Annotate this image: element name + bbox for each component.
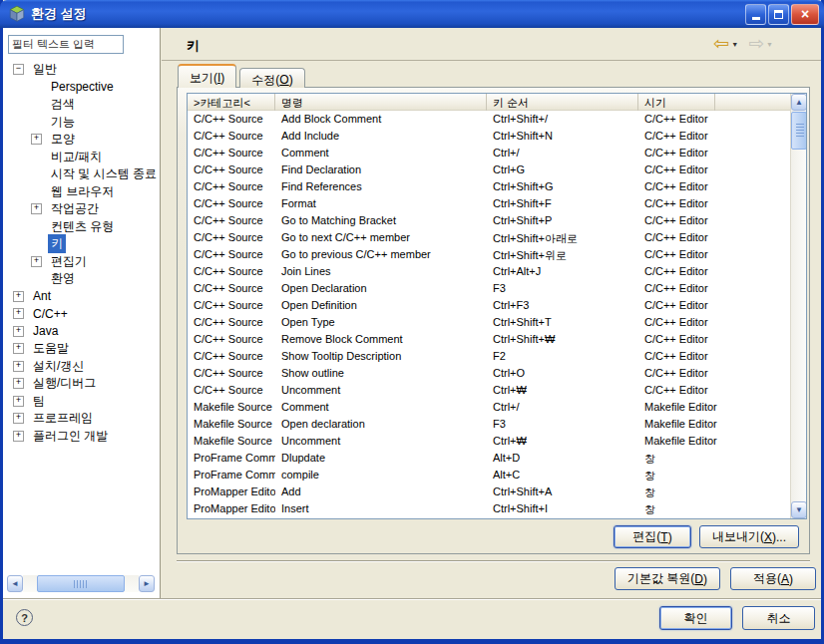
tree-item[interactable]: 컨텐츠 유형	[5, 218, 159, 236]
cell-when: C/C++ Editor	[638, 331, 790, 348]
expand-icon[interactable]: +	[13, 361, 24, 372]
restore-defaults-button[interactable]: 기본값 복원(D)	[615, 567, 720, 590]
tree-item[interactable]: 기능	[5, 114, 159, 132]
table-row[interactable]: Makefile SourceOpen declarationF3Makefil…	[188, 416, 790, 433]
forward-arrow-icon[interactable]: ⇨	[748, 32, 764, 56]
edit-button[interactable]: 편집(T)	[614, 525, 691, 548]
table-row[interactable]: C/C++ SourceShow Tooltip DescriptionF2C/…	[188, 348, 790, 365]
cell-command: Open Type	[275, 314, 487, 331]
table-row[interactable]: C/C++ SourceCommentCtrl+/C/C++ Editor	[188, 145, 790, 161]
apply-button[interactable]: 적용(A)	[730, 567, 816, 590]
tree-item[interactable]: 시작 및 시스템 종료	[5, 165, 159, 183]
tree-item[interactable]: −일반	[5, 61, 159, 79]
expand-icon[interactable]: +	[31, 134, 42, 145]
expand-icon[interactable]: +	[13, 308, 24, 319]
table-row[interactable]: ProFrame CommandscompileAlt+C창	[188, 467, 790, 483]
titlebar[interactable]: 환경 설정 ×	[0, 0, 824, 28]
table-row[interactable]: C/C++ SourceOpen DeclarationF3C/C++ Edit…	[188, 280, 790, 297]
tree-item[interactable]: +설치/갱신	[5, 358, 159, 376]
tree-item-label: 웹 브라우저	[48, 182, 117, 201]
table-row[interactable]: C/C++ SourceShow outlineCtrl+OC/C++ Edit…	[188, 365, 790, 382]
tree-item-label: 작업공간	[48, 199, 102, 218]
tree-item[interactable]: +실행/디버그	[5, 375, 159, 393]
tree-item[interactable]: 키	[5, 235, 159, 253]
tree-item[interactable]: +C/C++	[5, 305, 159, 323]
expand-icon[interactable]: +	[13, 413, 24, 424]
maximize-button[interactable]	[768, 4, 789, 25]
expand-icon[interactable]: +	[13, 326, 24, 337]
table-row[interactable]: C/C++ SourceGo to previous C/C++ memberC…	[188, 246, 790, 263]
tree-horizontal-scrollbar[interactable]: ◄ ►	[7, 575, 155, 592]
column-header-when[interactable]: 시기	[638, 94, 715, 111]
tree-item[interactable]: +플러그인 개발	[5, 428, 159, 446]
tree-item[interactable]: 검색	[5, 96, 159, 114]
table-row[interactable]: Makefile SourceUncommentCtrl+₩Makefile E…	[188, 433, 790, 450]
table-row[interactable]: C/C++ SourceOpen TypeCtrl+Shift+TC/C++ E…	[188, 314, 790, 331]
back-dropdown-icon[interactable]: ▼	[731, 41, 738, 48]
table-row[interactable]: C/C++ SourceFormatCtrl+Shift+FC/C++ Edit…	[188, 195, 790, 212]
expand-icon[interactable]: +	[13, 343, 24, 354]
table-row[interactable]: C/C++ SourceFind ReferencesCtrl+Shift+GC…	[188, 178, 790, 195]
tree-item[interactable]: +Java	[5, 323, 159, 341]
scroll-left-button[interactable]: ◄	[7, 575, 23, 592]
tree-item[interactable]: 환영	[5, 270, 159, 288]
preferences-tree: −일반Perspective검색기능+모양비교/패치시작 및 시스템 종료웹 브…	[5, 61, 159, 570]
cancel-button[interactable]: 취소	[742, 606, 815, 630]
scroll-down-button[interactable]: ▼	[791, 501, 807, 518]
tree-item[interactable]: 웹 브라우저	[5, 183, 159, 201]
table-row[interactable]: C/C++ SourceGo to next C/C++ memberCtrl+…	[188, 229, 790, 246]
cell-key-sequence: Ctrl+Shift+N	[487, 128, 638, 145]
help-icon[interactable]: ?	[16, 609, 33, 626]
scroll-track[interactable]	[23, 575, 139, 592]
table-row[interactable]: C/C++ SourceGo to Matching BracketCtrl+S…	[188, 212, 790, 229]
table-vertical-scrollbar[interactable]: ▲ ▼	[790, 94, 806, 518]
export-button[interactable]: 내보내기(X)...	[699, 525, 799, 548]
tree-item[interactable]: 비교/패치	[5, 149, 159, 166]
table-row[interactable]: C/C++ SourceRemove Block CommentCtrl+Shi…	[188, 331, 790, 348]
forward-dropdown-icon[interactable]: ▼	[766, 41, 773, 48]
tab-modify[interactable]: 수정(O)	[239, 68, 304, 88]
scroll-thumb[interactable]	[791, 112, 807, 150]
tree-item[interactable]: +도움말	[5, 340, 159, 358]
table-row[interactable]: ProMapper EditorInsertCtrl+Shift+I창	[188, 500, 790, 517]
expand-icon[interactable]: +	[31, 203, 42, 214]
minimize-button[interactable]	[745, 4, 766, 25]
table-row[interactable]: ProFrame CommandsDlupdateAlt+D창	[188, 450, 790, 467]
table-row[interactable]: C/C++ SourceJoin LinesCtrl+Alt+JC/C++ Ed…	[188, 263, 790, 280]
cell-command: Add Include	[275, 128, 487, 145]
cell-when: C/C++ Editor	[638, 365, 790, 382]
table-row[interactable]: C/C++ SourceFind DeclarationCtrl+GC/C++ …	[188, 161, 790, 178]
scroll-right-button[interactable]: ►	[139, 575, 155, 592]
table-row[interactable]: ProMapper EditorAddCtrl+Shift+A창	[188, 483, 790, 500]
column-header-category[interactable]: >카테고리<	[188, 94, 275, 111]
expand-icon[interactable]: +	[13, 378, 24, 389]
column-header-command[interactable]: 명령	[275, 94, 487, 111]
scroll-thumb[interactable]	[37, 575, 125, 592]
close-button[interactable]: ×	[791, 4, 819, 25]
cell-key-sequence: Ctrl+Shift+A	[487, 483, 638, 500]
expand-icon[interactable]: +	[13, 431, 24, 442]
back-arrow-icon[interactable]: ⇦	[713, 32, 729, 56]
tree-item[interactable]: +작업공간	[5, 200, 159, 218]
table-row[interactable]: C/C++ SourceAdd Block CommentCtrl+Shift+…	[188, 111, 790, 128]
table-row[interactable]: C/C++ SourceAdd IncludeCtrl+Shift+NC/C++…	[188, 128, 790, 145]
scroll-up-button[interactable]: ▲	[791, 94, 807, 111]
table-row[interactable]: C/C++ SourceOpen DefinitionCtrl+F3C/C++ …	[188, 297, 790, 314]
tree-item[interactable]: +팀	[5, 393, 159, 411]
table-row[interactable]: C/C++ SourceUncommentCtrl+₩C/C++ Editor	[188, 382, 790, 399]
cell-key-sequence: Ctrl+Shift+F	[487, 195, 638, 212]
column-header-key-sequence[interactable]: 키 순서	[487, 94, 638, 111]
tree-item[interactable]: +편집기	[5, 253, 159, 271]
table-row[interactable]: Makefile SourceCommentCtrl+/Makefile Edi…	[188, 399, 790, 416]
expand-icon[interactable]: +	[13, 291, 24, 302]
tree-item[interactable]: +모양	[5, 131, 159, 149]
tree-item[interactable]: Perspective	[5, 79, 159, 97]
expand-icon[interactable]: +	[13, 396, 24, 407]
collapse-icon[interactable]: −	[13, 64, 24, 75]
tab-view[interactable]: 보기(I)	[178, 64, 236, 88]
tree-item[interactable]: +프로프레임	[5, 410, 159, 428]
expand-icon[interactable]: +	[31, 256, 42, 267]
filter-input[interactable]	[8, 35, 124, 54]
tree-item[interactable]: +Ant	[5, 288, 159, 306]
ok-button[interactable]: 확인	[659, 606, 732, 630]
